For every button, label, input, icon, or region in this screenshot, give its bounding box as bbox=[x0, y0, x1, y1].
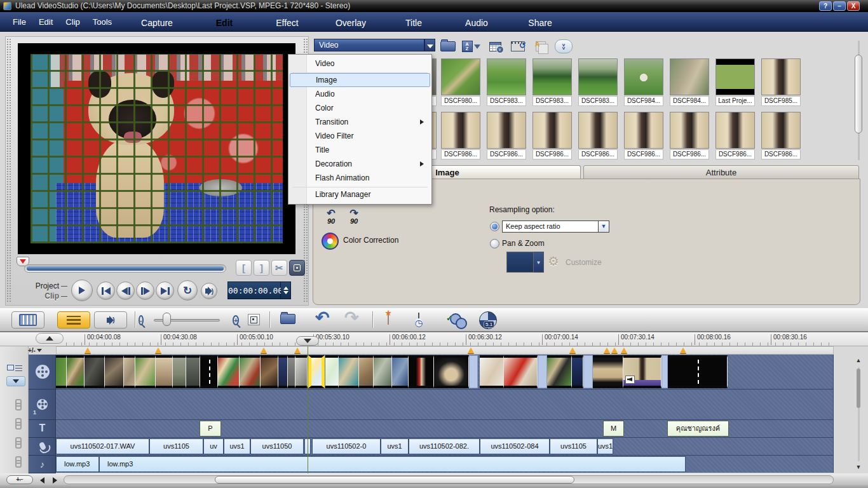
timecode-spinner[interactable] bbox=[281, 281, 291, 299]
enlarge-preview-button[interactable] bbox=[289, 260, 305, 276]
preset-swatch[interactable] bbox=[506, 252, 534, 273]
video-clip[interactable] bbox=[593, 355, 623, 388]
video-clip[interactable] bbox=[67, 355, 85, 388]
step-tab[interactable]: Overlay bbox=[320, 15, 381, 31]
mark-out-button[interactable]: ] bbox=[254, 260, 269, 276]
view-options-button[interactable]: v bbox=[485, 38, 505, 55]
library-thumbnail[interactable]: DSCF984... bbox=[624, 58, 663, 106]
video-clip[interactable] bbox=[409, 355, 434, 388]
panel-drag-handle-left[interactable] bbox=[6, 38, 11, 302]
dropdown-menu-item[interactable]: Video bbox=[290, 57, 430, 71]
create-disc-button[interactable]: ★ bbox=[388, 313, 389, 325]
voice-clip[interactable]: uvs110502-082. bbox=[409, 438, 480, 454]
voice-clip[interactable]: uvs1 bbox=[597, 438, 613, 454]
step-tab[interactable]: Title bbox=[384, 15, 444, 31]
scroll-down-button[interactable]: ▼ bbox=[853, 463, 864, 471]
video-clip[interactable] bbox=[156, 355, 173, 388]
library-thumbnail[interactable]: DSCF986... bbox=[532, 112, 572, 159]
next-frame-button[interactable] bbox=[136, 281, 154, 300]
menu-item[interactable]: Clip bbox=[65, 17, 79, 27]
chapter-marker[interactable] bbox=[468, 348, 474, 353]
dropdown-menu-item[interactable]: Audio bbox=[290, 87, 430, 101]
video-clip[interactable] bbox=[374, 355, 392, 388]
menu-item[interactable]: Tools bbox=[93, 17, 112, 27]
video-clip[interactable] bbox=[278, 355, 288, 388]
pan-zoom-radio[interactable] bbox=[490, 239, 499, 248]
dropdown-menu-item[interactable]: Flash Animation bbox=[290, 171, 430, 185]
chapter-marker[interactable] bbox=[680, 348, 686, 353]
rotate-cw-button[interactable]: ↷ 90 bbox=[343, 209, 365, 229]
chapter-marker-strip[interactable] bbox=[56, 346, 834, 355]
chapter-marker[interactable] bbox=[85, 348, 91, 353]
dropdown-menu-item[interactable]: Decoration bbox=[290, 157, 430, 171]
scroll-up-button[interactable]: ▲ bbox=[853, 356, 864, 365]
dropdown-menu-item[interactable]: Image bbox=[290, 73, 430, 87]
video-clip[interactable] bbox=[85, 355, 105, 388]
library-thumbnail[interactable]: DSCF985... bbox=[761, 58, 801, 106]
library-thumbnail[interactable]: Last Proje... bbox=[715, 58, 755, 106]
video-clip[interactable] bbox=[218, 355, 240, 388]
help-button[interactable]: ? bbox=[819, 1, 832, 11]
library-thumbnail[interactable]: DSCF986... bbox=[578, 112, 618, 159]
link-icon[interactable] bbox=[14, 456, 22, 466]
voice-clip[interactable]: uvs1 bbox=[381, 438, 409, 454]
collapse-timeline-button[interactable] bbox=[36, 333, 64, 344]
chapter-marker[interactable] bbox=[155, 348, 161, 353]
overlay-track-button[interactable]: 1 bbox=[29, 389, 56, 420]
load-media-button[interactable] bbox=[438, 38, 458, 55]
storyboard-view-button[interactable] bbox=[11, 311, 44, 329]
video-clip[interactable] bbox=[359, 355, 374, 388]
dropdown-menu-item[interactable]: Title bbox=[290, 143, 430, 157]
add-track-button[interactable]: +⌐ bbox=[6, 475, 33, 484]
video-clip[interactable] bbox=[339, 355, 359, 388]
video-clip[interactable] bbox=[661, 355, 668, 388]
color-wheel-icon[interactable] bbox=[322, 233, 339, 250]
dropdown-menu-item[interactable]: Color bbox=[290, 101, 430, 115]
library-thumbnail[interactable]: DSCF980... bbox=[441, 58, 480, 106]
chapter-marker[interactable] bbox=[261, 348, 267, 353]
title-clip[interactable]: คุณชาญณรงค์ bbox=[667, 421, 729, 437]
voice-clip[interactable]: uv bbox=[203, 438, 224, 454]
mark-in-button[interactable]: [ bbox=[236, 260, 252, 276]
volume-button[interactable]: ) bbox=[201, 283, 217, 299]
minimize-button[interactable]: – bbox=[833, 1, 846, 11]
link-icon[interactable] bbox=[14, 418, 22, 428]
rotate-ccw-button[interactable]: ↶ 90 bbox=[320, 209, 342, 229]
media-type-select-arrow[interactable] bbox=[424, 39, 435, 51]
scroll-left-button[interactable] bbox=[37, 476, 47, 484]
surround-sound-button[interactable]: 5.1 bbox=[479, 311, 497, 329]
preset-swatch-arrow[interactable]: ▼ bbox=[534, 252, 544, 273]
resampling-select-arrow[interactable]: ▼ bbox=[599, 220, 609, 233]
zoom-slider-thumb[interactable] bbox=[163, 313, 171, 326]
prev-frame-button[interactable] bbox=[116, 281, 135, 300]
zoom-out-button[interactable]: - bbox=[139, 314, 144, 325]
title-track-button[interactable]: T bbox=[29, 419, 56, 438]
play-button[interactable] bbox=[71, 280, 93, 301]
video-clip[interactable] bbox=[295, 355, 308, 388]
reverse-clip-button[interactable]: ↺ bbox=[508, 38, 527, 55]
add-remove-chapter-button[interactable]: +/- bbox=[28, 347, 42, 354]
video-clip[interactable] bbox=[504, 355, 538, 388]
smart-proxy-button[interactable]: ✓ bbox=[449, 312, 468, 329]
media-type-select[interactable]: Video bbox=[314, 39, 424, 51]
library-thumbnail[interactable]: DSCF986... bbox=[487, 112, 526, 159]
playhead-marker[interactable] bbox=[296, 336, 319, 346]
music-track-button[interactable]: ♪ bbox=[29, 455, 56, 473]
insert-media-button[interactable] bbox=[278, 311, 297, 327]
link-icon[interactable] bbox=[14, 399, 22, 409]
track-select-button[interactable] bbox=[6, 376, 25, 386]
timeline-view-button[interactable] bbox=[57, 311, 90, 329]
vertical-scrollbar-thumb[interactable] bbox=[857, 369, 860, 408]
chapter-marker[interactable] bbox=[621, 348, 627, 353]
horizontal-scrollbar-thumb[interactable] bbox=[215, 476, 574, 484]
menu-item[interactable]: Edit bbox=[39, 17, 53, 27]
clip-mode-label[interactable]: Clip bbox=[33, 292, 67, 301]
library-thumbnail[interactable]: DSCF986... bbox=[670, 112, 709, 159]
video-clip[interactable] bbox=[105, 355, 124, 388]
video-clip[interactable] bbox=[288, 355, 295, 388]
voice-clip[interactable]: uvs1105 bbox=[550, 438, 597, 454]
voice-track-button[interactable] bbox=[29, 437, 56, 456]
video-clip[interactable] bbox=[308, 355, 325, 388]
video-clip[interactable] bbox=[124, 355, 135, 388]
video-clip[interactable] bbox=[392, 355, 409, 388]
